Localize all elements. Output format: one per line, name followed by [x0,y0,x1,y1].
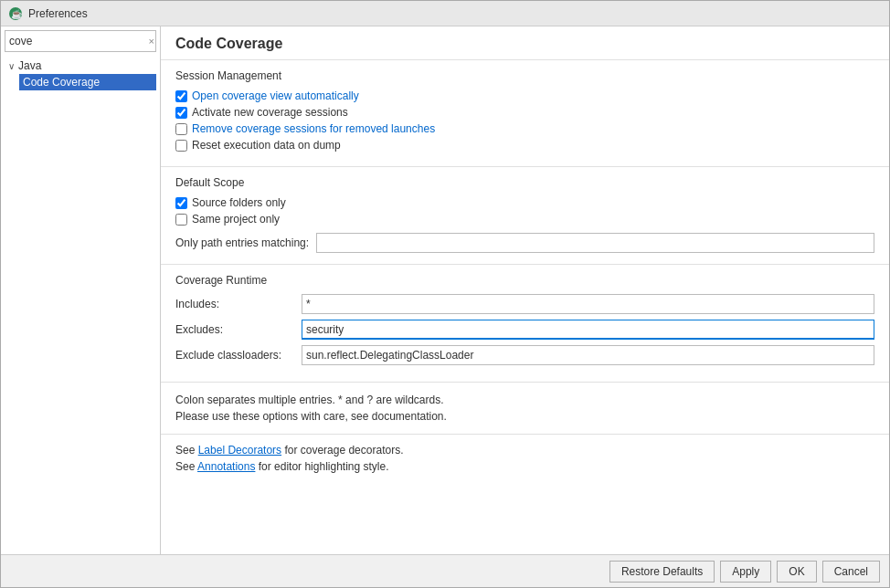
tree-arrow-icon: ∨ [8,61,15,71]
main-content: × ∨ Java Code Coverage Code Coverage Ses… [1,26,889,554]
checkbox-same-project[interactable] [175,214,187,226]
checkbox-row-remove-sessions: Remove coverage sessions for removed lau… [175,122,874,135]
coverage-runtime-section: Coverage Runtime Includes: Excludes: Exc… [161,265,889,383]
checkbox-label-open-coverage: Open coverage view automatically [192,89,359,102]
includes-input[interactable] [302,294,874,314]
checkbox-row-activate-sessions: Activate new coverage sessions [175,106,874,119]
app-icon: ☕ [8,6,23,21]
annotations-link[interactable]: Annotations [197,460,255,473]
search-container: × [5,30,156,52]
includes-row: Includes: [175,294,874,314]
excludes-input[interactable] [302,320,874,340]
checkbox-row-source-folders: Source folders only [175,196,874,209]
sidebar-item-code-coverage[interactable]: Code Coverage [19,74,156,90]
sidebar: × ∨ Java Code Coverage [1,26,161,554]
coverage-runtime-title: Coverage Runtime [175,274,874,287]
info-line2: Please use these options with care, see … [175,408,874,425]
checkbox-reset-execution[interactable] [175,140,187,152]
only-path-row: Only path entries matching: [175,229,874,253]
exclude-classloaders-row: Exclude classloaders: [175,345,874,365]
only-path-input[interactable] [316,233,874,253]
checkbox-label-same-project: Same project only [192,213,280,226]
checkbox-label-activate-sessions: Activate new coverage sessions [192,106,348,119]
bottom-bar: Restore Defaults Apply OK Cancel [1,554,889,587]
session-management-title: Session Management [175,69,874,82]
preferences-window: ☕ Preferences × ∨ Java Code Coverage Cod… [0,0,890,588]
checkbox-source-folders[interactable] [175,197,187,209]
apply-button[interactable]: Apply [720,561,771,583]
exclude-classloaders-label: Exclude classloaders: [175,349,294,362]
session-management-section: Session Management Open coverage view au… [161,60,889,167]
annotations-suffix: for editor highlighting style. [255,460,388,473]
restore-defaults-button[interactable]: Restore Defaults [609,561,715,583]
only-path-label: Only path entries matching: [175,236,309,249]
search-clear-button[interactable]: × [149,36,154,47]
checkbox-row-same-project: Same project only [175,213,874,226]
exclude-classloaders-input[interactable] [302,345,874,365]
links-section: See Label Decorators for coverage decora… [161,435,889,486]
excludes-label: Excludes: [175,323,294,336]
cancel-button[interactable]: Cancel [822,561,880,583]
checkbox-label-remove-sessions: Remove coverage sessions for removed lau… [192,122,435,135]
checkbox-row-open-coverage: Open coverage view automatically [175,89,874,102]
checkbox-label-reset-execution: Reset execution data on dump [192,139,341,152]
checkbox-label-source-folders: Source folders only [192,196,286,209]
includes-label: Includes: [175,298,294,310]
window-title: Preferences [28,7,88,20]
checkbox-remove-sessions[interactable] [175,123,187,135]
label-decorators-prefix: See [175,444,198,457]
label-decorators-link[interactable]: Label Decorators [198,444,281,457]
ok-button[interactable]: OK [777,561,816,583]
tree-group-label: Java [18,59,41,72]
page-title: Code Coverage [161,26,889,60]
label-decorators-suffix: for coverage decorators. [281,444,403,457]
checkbox-activate-sessions[interactable] [175,107,187,119]
default-scope-section: Default Scope Source folders only Same p… [161,167,889,265]
info-line1: Colon separates multiple entries. * and … [175,392,874,408]
annotations-prefix: See [175,460,197,473]
checkbox-row-reset-execution: Reset execution data on dump [175,139,874,152]
checkbox-open-coverage[interactable] [175,90,187,102]
svg-text:☕: ☕ [11,8,23,20]
search-input[interactable] [5,30,156,52]
content-area: Code Coverage Session Management Open co… [161,26,889,554]
info-section: Colon separates multiple entries. * and … [161,383,889,435]
default-scope-title: Default Scope [175,176,874,189]
title-bar: ☕ Preferences [1,1,889,26]
excludes-row: Excludes: [175,320,874,340]
label-decorators-row: See Label Decorators for coverage decora… [175,444,874,457]
annotations-row: See Annotations for editor highlighting … [175,460,874,473]
tree-group-java[interactable]: ∨ Java [5,58,156,74]
